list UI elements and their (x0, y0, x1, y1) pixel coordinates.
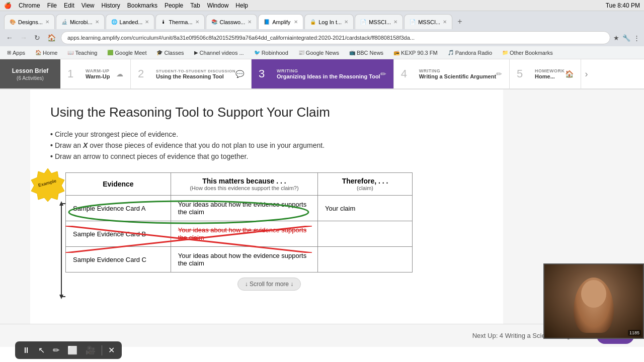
menu-dots-icon[interactable]: ⋮ (633, 34, 640, 42)
menu-edit[interactable]: Edit (64, 2, 74, 9)
nav-step-1[interactable]: 1 WARM-UP Warm-Up ☁ (60, 59, 131, 88)
tab-close-microbi[interactable]: ✕ (95, 19, 99, 25)
lesson-navigation: Lesson Brief (6 Activities) 1 WARM-UP Wa… (0, 59, 644, 89)
forward-button[interactable]: → (18, 33, 29, 43)
tab-login[interactable]: 🔒 Log In t... ✕ (304, 14, 354, 29)
toolbar-divider (102, 345, 102, 355)
scroll-more-button[interactable]: ↓ Scroll for more ↓ (237, 278, 301, 291)
col-header-matters: This matters because . . . (How does thi… (171, 173, 317, 196)
reload-button[interactable]: ↻ (32, 33, 42, 43)
bookmark-gnews[interactable]: 📰 Google News (295, 49, 342, 57)
webcam-label: 1185 (628, 330, 641, 336)
step-num-3: 3 (259, 67, 273, 80)
tab-icon-mssci1: 📄 (360, 19, 366, 25)
tab-classwo[interactable]: 📚 Classwo... ✕ (206, 14, 258, 29)
tab-close-mssci1[interactable]: ✕ (393, 19, 397, 25)
eraser-button[interactable]: ⬜ (64, 343, 80, 357)
bookmark-kexp[interactable]: 📻 KEXP 90.3 FM (390, 49, 441, 57)
tab-icon-amplify: 📘 (264, 19, 270, 25)
tab-therma[interactable]: 🌡 Therma... ✕ (155, 14, 204, 29)
menu-file[interactable]: File (47, 2, 57, 9)
url-bar[interactable]: apps.learning.amplify.com/curriculum#/un… (61, 31, 610, 44)
evidence-b: Sample Evidence Card B (66, 221, 171, 247)
bookmark-gmeet[interactable]: 🟩 Google Meet (104, 49, 149, 57)
tab-close-classwo[interactable]: ✕ (248, 19, 252, 25)
page-title: Using the Reasoning Tool to Support Your… (50, 105, 483, 120)
menu-help[interactable]: Help (235, 2, 248, 9)
clock: Tue 8:40 PM (606, 2, 640, 9)
bookmark-home[interactable]: 🏠 Home (32, 49, 60, 57)
menu-history[interactable]: History (102, 2, 120, 9)
menu-tab[interactable]: Tab (190, 2, 200, 9)
tab-close-therma[interactable]: ✕ (195, 19, 199, 25)
menu-window[interactable]: Window (207, 2, 229, 9)
webcam-overlay: 1185 (543, 263, 644, 339)
bookmark-apps[interactable]: ⊞ Apps (4, 49, 28, 57)
menu-chrome[interactable]: Chrome (19, 2, 40, 9)
bookmarks-bar: ⊞ Apps 🏠 Home 📖 Teaching 🟩 Google Meet 🎓… (0, 46, 644, 59)
bookmark-pandora[interactable]: 🎵 Pandora Radio (445, 49, 495, 57)
step-num-4: 4 (401, 67, 415, 80)
bookmark-bbc[interactable]: 📺 BBC News (346, 49, 386, 57)
gnews-icon: 📰 (298, 50, 304, 55)
menu-bookmarks[interactable]: Bookmarks (127, 2, 157, 9)
nav-step-3[interactable]: 3 WRITING Organizing Ideas in the Reason… (252, 59, 394, 88)
bookmark-robinhood[interactable]: 🐦 Robinhood (251, 49, 291, 57)
homework-icon: 🏠 (565, 70, 574, 78)
kexp-icon: 📻 (393, 50, 399, 55)
extension-icon[interactable]: 🔧 (622, 34, 630, 42)
writing-icon-3: ✏ (380, 70, 386, 78)
step-title-1: Warm-Up (86, 73, 110, 79)
nav-step-4[interactable]: 4 WRITING Writing a Scientific Argument … (394, 59, 510, 88)
home-button[interactable]: 🏠 (45, 33, 58, 43)
menu-people[interactable]: People (165, 2, 183, 9)
bookmark-other[interactable]: 📁 Other Bookmarks (499, 49, 556, 57)
step-title-4: Writing a Scientific Argument (419, 73, 496, 79)
url-text: apps.learning.amplify.com/curriculum#/un… (67, 35, 415, 41)
tab-icon-landed: 🌐 (111, 19, 117, 25)
tab-close-login[interactable]: ✕ (344, 19, 348, 25)
back-button[interactable]: ← (4, 33, 15, 43)
tab-amplify[interactable]: 📘 Amplify ✕ (258, 14, 303, 29)
arrow-bracket-svg (51, 199, 66, 302)
lesson-brief[interactable]: Lesson Brief (6 Activities) (0, 59, 60, 88)
tab-icon-designs: 🎨 (10, 19, 16, 25)
tab-close-amplify[interactable]: ✕ (294, 19, 298, 25)
bookmark-teaching[interactable]: 📖 Teaching (64, 49, 100, 57)
tab-microbi[interactable]: 🔬 Microbi... ✕ (56, 14, 105, 29)
bookmark-classes[interactable]: 🎓 Classes (153, 49, 187, 57)
bookmark-channel[interactable]: ▶ Channel videos ... (191, 49, 247, 57)
warmup-icon: ☁ (116, 70, 123, 78)
writing-icon-4: ✏ (496, 70, 502, 78)
cursor-button[interactable]: ↖ (35, 343, 48, 357)
tab-designs[interactable]: 🎨 Designs... ✕ (4, 14, 55, 29)
teaching-icon: 📖 (67, 50, 73, 55)
tab-close-mssci2[interactable]: ✕ (443, 19, 447, 25)
tab-icon-mssci2: 📄 (410, 19, 416, 25)
therefore-b (318, 221, 413, 247)
pause-button[interactable]: ⏸ (19, 344, 33, 357)
instructions-list: • Circle your strongest piece of evidenc… (50, 130, 483, 160)
apple-menu[interactable]: 🍎 (4, 2, 12, 9)
col-header-evidence: Evidence (66, 173, 171, 196)
therefore-a: Your claim (318, 196, 413, 221)
menu-view[interactable]: View (82, 2, 95, 9)
nav-step-2[interactable]: 2 STUDENT-TO-STUDENT DISCUSSION Using th… (131, 59, 252, 88)
instruction-2: • Draw an X over those pieces of evidenc… (50, 141, 483, 149)
pen-button[interactable]: ✏ (50, 343, 62, 357)
nav-steps: 1 WARM-UP Warm-Up ☁ 2 STUDENT-TO-STUDENT… (60, 59, 644, 88)
nav-next-arrow[interactable]: › (581, 59, 592, 88)
tab-close-landed[interactable]: ✕ (145, 19, 149, 25)
tab-mssci1[interactable]: 📄 MSSCI... ✕ (355, 14, 403, 29)
close-toolbar-button[interactable]: ✕ (105, 343, 118, 357)
new-tab-button[interactable]: + (453, 14, 466, 29)
instruction-3: • Draw an arrow to connect pieces of evi… (50, 152, 483, 160)
nav-step-5[interactable]: 5 HOMEWORK Home... 🏠 (510, 59, 581, 88)
star-icon[interactable]: ★ (613, 34, 619, 42)
tab-mssci2[interactable]: 📄 MSSCI... ✕ (404, 14, 452, 29)
tab-close-designs[interactable]: ✕ (45, 19, 49, 25)
apps-icon: ⊞ (7, 50, 11, 55)
step-num-2: 2 (138, 67, 152, 80)
camera-button[interactable]: 🎥 (83, 343, 99, 357)
tab-landed[interactable]: 🌐 Landed... ✕ (106, 14, 155, 29)
